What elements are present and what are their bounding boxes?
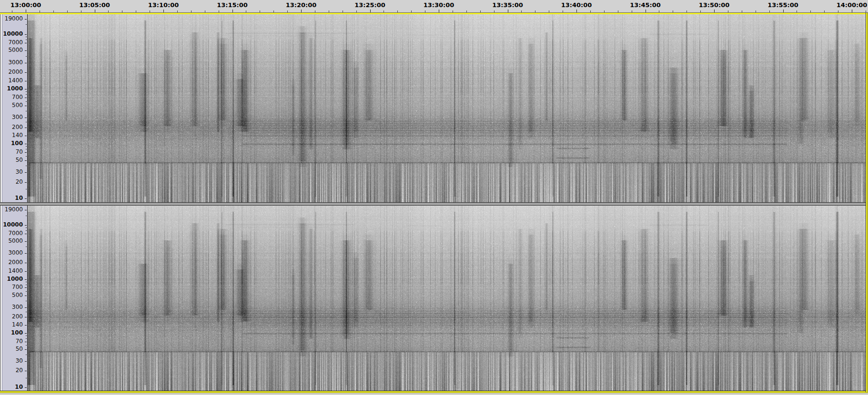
- freq-tick: [25, 160, 27, 161]
- freq-minor-tick: [26, 37, 27, 37]
- freq-minor-tick: [26, 301, 27, 301]
- time-tick: [205, 10, 205, 12]
- freq-label: 500: [12, 102, 23, 109]
- frequency-ruler-2[interactable]: 1900010000700050003000200014001000700500…: [2, 206, 27, 391]
- time-label: 13:55:00: [767, 1, 798, 9]
- freq-tick: [25, 387, 27, 388]
- spectrogram-channel-1[interactable]: [28, 14, 867, 202]
- freq-tick: [25, 172, 27, 173]
- time-tick: [384, 10, 384, 12]
- freq-label: 20: [16, 367, 23, 374]
- time-tick: [742, 10, 742, 12]
- freq-tick: [25, 317, 27, 317]
- freq-minor-tick: [26, 285, 27, 285]
- track-separator[interactable]: [0, 202, 868, 206]
- freq-tick: [25, 198, 27, 199]
- time-tick: [480, 10, 481, 12]
- freq-tick: [25, 349, 27, 350]
- time-label: 13:00:00: [10, 1, 41, 9]
- freq-minor-tick: [26, 230, 27, 231]
- spectrogram-channel-2[interactable]: [28, 206, 867, 391]
- freq-minor-tick: [26, 355, 27, 355]
- freq-label: 70: [16, 149, 23, 155]
- time-tick: [287, 10, 288, 12]
- time-tick: [618, 10, 618, 12]
- freq-label: 300: [12, 114, 23, 120]
- time-tick: [26, 10, 26, 12]
- freq-tick: [25, 63, 27, 63]
- time-tick: [260, 10, 260, 12]
- freq-label: 3000: [8, 59, 23, 66]
- spectrogram-window: 13:00:0013:05:0013:10:0013:15:0013:20:00…: [0, 0, 868, 395]
- freq-tick: [25, 287, 27, 288]
- freq-minor-tick: [26, 312, 27, 312]
- time-tick: [521, 10, 522, 12]
- time-tick: [219, 10, 219, 12]
- freq-label: 10: [15, 384, 23, 390]
- freq-minor-tick: [26, 56, 27, 57]
- freq-minor-tick: [26, 94, 27, 95]
- freq-tick: [25, 152, 27, 153]
- audio-track-1: 1900010000700050003000200014001000700500…: [0, 14, 868, 202]
- freq-tick: [25, 210, 27, 210]
- freq-tick: [25, 296, 27, 296]
- freq-label: 1000: [7, 276, 23, 282]
- freq-label: 200: [12, 124, 23, 130]
- time-tick: [852, 10, 852, 12]
- time-tick: [370, 10, 371, 12]
- freq-label: 20: [16, 179, 23, 185]
- freq-label: 2000: [8, 259, 23, 266]
- freq-label: 10: [15, 195, 23, 201]
- time-tick: [95, 10, 95, 12]
- freq-label: 19000: [5, 16, 23, 22]
- freq-minor-tick: [26, 122, 27, 122]
- freq-label: 10000: [3, 31, 23, 37]
- time-tick: [810, 10, 811, 12]
- freq-label: 7000: [8, 230, 23, 237]
- freq-tick: [25, 43, 27, 43]
- freq-minor-tick: [26, 336, 27, 336]
- freq-label: 200: [12, 314, 23, 320]
- freq-tick: [25, 136, 27, 136]
- freq-label: 7000: [8, 40, 23, 46]
- time-tick: [163, 10, 164, 12]
- freq-tick: [25, 307, 27, 308]
- time-tick: [273, 10, 274, 12]
- time-tick: [535, 10, 535, 12]
- time-tick: [728, 10, 728, 12]
- audio-track-2: 1900010000700050003000200014001000700500…: [0, 206, 868, 391]
- freq-tick: [25, 279, 27, 280]
- time-tick: [40, 10, 40, 12]
- time-label: 13:45:00: [630, 1, 661, 9]
- time-tick: [136, 10, 136, 12]
- time-tick: [508, 10, 508, 12]
- freq-label: 700: [12, 94, 23, 100]
- time-tick: [315, 10, 315, 12]
- freq-minor-tick: [26, 345, 27, 346]
- time-tick: [549, 10, 549, 12]
- spectrogram-area-1: [27, 14, 867, 202]
- freq-tick: [25, 106, 27, 106]
- time-tick: [838, 10, 838, 12]
- time-tick: [453, 10, 453, 12]
- time-label: 13:50:00: [699, 1, 730, 9]
- freq-label: 300: [12, 304, 23, 310]
- freq-minor-tick: [26, 291, 27, 292]
- frequency-ruler-1[interactable]: 1900010000700050003000200014001000700500…: [2, 14, 27, 202]
- freq-tick: [25, 98, 27, 98]
- time-tick: [301, 10, 302, 12]
- time-tick: [769, 10, 770, 12]
- timeline-ruler[interactable]: 13:00:0013:05:0013:10:0013:15:0013:20:00…: [0, 0, 868, 13]
- spectrogram-area-2: [27, 206, 867, 391]
- freq-tick: [25, 263, 27, 263]
- freq-tick: [25, 144, 27, 144]
- time-tick: [356, 10, 357, 12]
- time-label: 13:15:00: [217, 1, 248, 9]
- freq-tick: [25, 361, 27, 362]
- freq-minor-tick: [26, 282, 27, 282]
- time-tick: [12, 10, 12, 12]
- time-label: 13:20:00: [286, 1, 317, 9]
- time-tick: [756, 10, 756, 12]
- freq-tick: [25, 371, 27, 371]
- freq-label: 30: [16, 169, 23, 175]
